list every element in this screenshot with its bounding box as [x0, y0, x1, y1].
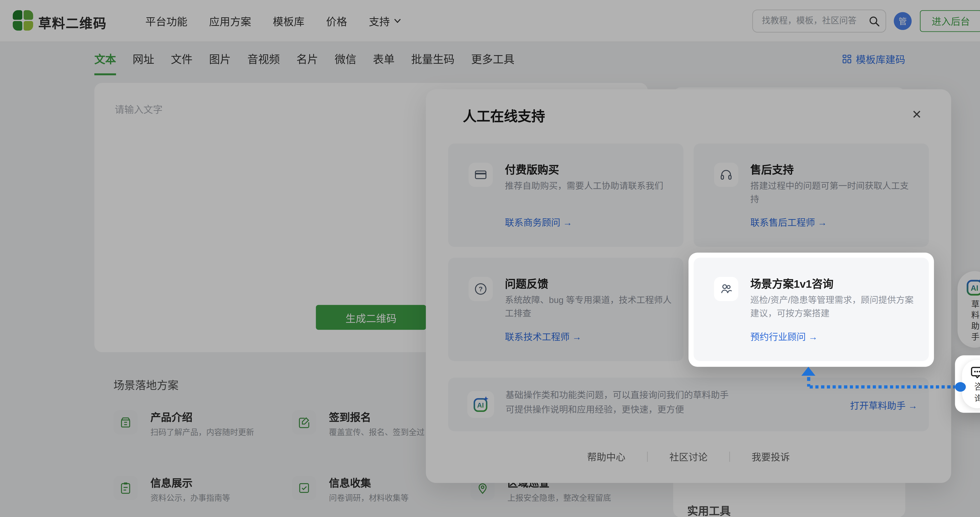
dotted-line-horizontal: [810, 385, 956, 389]
page: 草料二维码 平台功能 应用方案 模板库 价格 支持 管 进入后台 文本 网址 文…: [0, 0, 980, 517]
consult-label: 咨询: [971, 382, 980, 405]
blue-dot-annotation: [955, 382, 966, 392]
book-consultant-link[interactable]: 预约行业顾问→: [750, 329, 818, 342]
card-scene-consult: 场景方案1v1咨询 巡检/资产/隐患等管理需求，顾问提供方案建议，可按方案搭建 …: [694, 258, 929, 361]
users-icon: [714, 277, 738, 301]
spotlight-scene-consult: 场景方案1v1咨询 巡检/资产/隐患等管理需求，顾问提供方案建议，可按方案搭建 …: [689, 253, 934, 367]
arrow-up-annotation: [802, 367, 816, 376]
chat-bubble-icon: [970, 365, 980, 380]
arrow-right-icon: →: [808, 332, 818, 342]
